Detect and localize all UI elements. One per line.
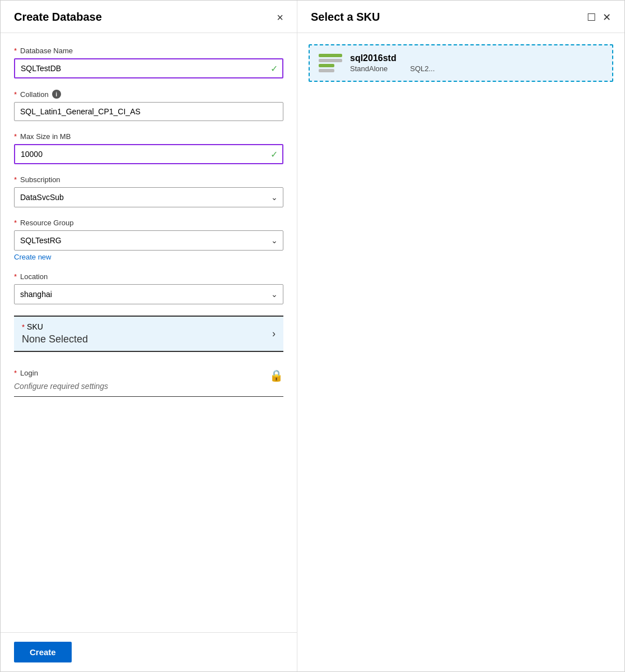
required-star-collation: *	[14, 90, 17, 99]
select-sku-panel: Select a SKU ☐ ✕ sql2016std StandAlone	[297, 1, 624, 671]
create-button[interactable]: Create	[14, 642, 72, 662]
collation-input[interactable]	[14, 102, 283, 121]
required-star-sku: *	[22, 323, 25, 331]
right-panel-close-button[interactable]: ✕	[603, 11, 611, 24]
collation-label-text: Collation	[20, 90, 49, 99]
login-field: * Login Configure required settings 🔒	[14, 363, 283, 397]
sku-field[interactable]: * SKU None Selected ›	[14, 316, 283, 352]
right-panel-header: Select a SKU ☐ ✕	[297, 1, 624, 33]
max-size-group: * Max Size in MB ✓	[14, 132, 283, 164]
database-name-input-wrapper: ✓	[14, 58, 283, 78]
sku-value: None Selected	[22, 333, 88, 345]
database-name-label-text: Database Name	[20, 47, 73, 55]
left-panel-header: Create Database ×	[1, 1, 297, 33]
left-panel-footer: Create	[1, 632, 297, 671]
collation-input-wrapper	[14, 102, 283, 121]
location-group: * Location shanghai ⌄	[14, 272, 283, 304]
sku-icon-bar-gray2	[319, 69, 334, 72]
collation-group: * Collation i	[14, 90, 283, 121]
lock-icon[interactable]: 🔒	[269, 369, 283, 382]
login-label-text: Login	[20, 369, 38, 377]
database-name-label: * Database Name	[14, 47, 283, 55]
left-panel-body: * Database Name ✓ * Collation i	[1, 33, 297, 632]
subscription-group: * Subscription DataSvcSub ⌄	[14, 175, 283, 207]
required-star-login: *	[14, 369, 17, 377]
create-new-link[interactable]: Create new	[14, 253, 51, 261]
sku-list-item[interactable]: sql2016std StandAlone SQL2...	[309, 44, 613, 82]
login-content: * Login Configure required settings	[14, 369, 108, 391]
sku-group: * SKU None Selected ›	[14, 316, 283, 352]
database-name-group: * Database Name ✓	[14, 47, 283, 78]
sku-icon-bar-green2	[319, 64, 334, 67]
resource-group-group: * Resource Group SQLTestRG ⌄ Create new	[14, 219, 283, 261]
login-group: * Login Configure required settings 🔒	[14, 363, 283, 397]
sku-chevron-right-icon: ›	[272, 328, 276, 340]
subscription-select-wrapper: DataSvcSub ⌄	[14, 187, 283, 207]
sku-item-version: SQL2...	[410, 64, 435, 73]
subscription-label-text: Subscription	[20, 175, 60, 184]
sku-field-content: * SKU None Selected	[22, 322, 88, 345]
login-placeholder-text: Configure required settings	[14, 382, 108, 391]
sku-item-name: sql2016std	[350, 53, 435, 63]
max-size-input-wrapper: ✓	[14, 144, 283, 164]
collation-info-icon[interactable]: i	[52, 90, 61, 99]
database-name-input[interactable]	[14, 58, 283, 78]
sku-item-meta: StandAlone SQL2...	[350, 64, 435, 73]
required-star-rg: *	[14, 219, 17, 227]
max-size-label: * Max Size in MB	[14, 132, 283, 141]
sku-icon-bar-gray1	[319, 59, 342, 62]
resource-group-label: * Resource Group	[14, 219, 283, 227]
sku-item-type: StandAlone	[350, 64, 388, 73]
required-star-db: *	[14, 47, 17, 55]
required-star-maxsize: *	[14, 132, 17, 141]
maximize-button[interactable]: ☐	[587, 11, 596, 24]
required-star-sub: *	[14, 175, 17, 184]
location-select[interactable]: shanghai	[14, 284, 283, 304]
sku-item-info: sql2016std StandAlone SQL2...	[350, 53, 435, 73]
sku-label-row: * SKU	[22, 322, 88, 331]
required-star-location: *	[14, 272, 17, 281]
left-panel-title: Create Database	[14, 11, 102, 24]
resource-group-select[interactable]: SQLTestRG	[14, 230, 283, 251]
resource-group-label-text: Resource Group	[20, 219, 73, 227]
login-label: * Login	[14, 369, 108, 377]
resource-group-select-wrapper: SQLTestRG ⌄	[14, 230, 283, 251]
location-select-wrapper: shanghai ⌄	[14, 284, 283, 304]
subscription-select[interactable]: DataSvcSub	[14, 187, 283, 207]
left-panel-close-button[interactable]: ×	[277, 12, 283, 23]
sku-icon-bar-green1	[319, 54, 342, 57]
right-panel-actions: ☐ ✕	[587, 11, 611, 24]
max-size-check-icon: ✓	[270, 149, 278, 160]
location-label: * Location	[14, 272, 283, 281]
right-panel-title: Select a SKU	[311, 11, 380, 24]
create-database-panel: Create Database × * Database Name ✓ * Co…	[1, 1, 297, 671]
sku-label-text: SKU	[27, 322, 43, 331]
subscription-label: * Subscription	[14, 175, 283, 184]
database-name-check-icon: ✓	[270, 63, 278, 74]
right-panel-body: sql2016std StandAlone SQL2...	[297, 33, 624, 671]
max-size-input[interactable]	[14, 144, 283, 164]
sku-item-icon	[319, 54, 342, 72]
collation-label: * Collation i	[14, 90, 283, 99]
max-size-label-text: Max Size in MB	[20, 132, 71, 141]
location-label-text: Location	[20, 272, 48, 281]
